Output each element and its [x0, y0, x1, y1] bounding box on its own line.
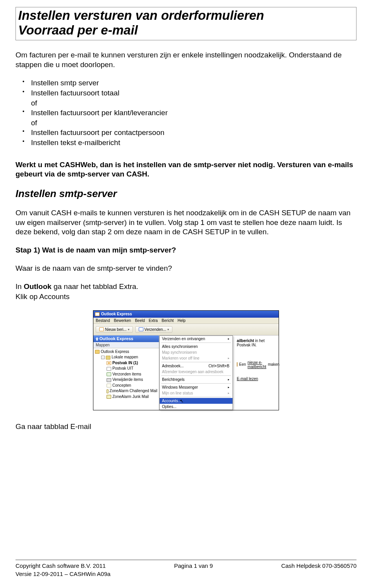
label: ZoneAlarm Challenged Mail [110, 388, 157, 394]
menu-adresboek[interactable]: Adresboek...Ctrl+Shift+B [160, 363, 232, 369]
sent-icon [107, 372, 111, 376]
left-pane: ۩ Outlook Express Mappen Outlook Express… [93, 336, 159, 410]
toolbar-send-button[interactable]: Verzenden... ▾ [135, 326, 172, 333]
submenu-arrow-icon: ▸ [228, 337, 229, 341]
left-subheader: Mappen [93, 342, 159, 348]
text: ga naar het tabblad Extra. [52, 282, 138, 291]
section-heading: Instellen smtp-server [16, 188, 356, 200]
separator [161, 375, 231, 376]
tree-root[interactable]: Outlook Express [95, 349, 157, 355]
menu-alles-synchroniseren[interactable]: Alles synchroniseren [160, 344, 232, 349]
outlook-instruction-2: Klik op Accounts [16, 292, 356, 302]
menu-berichtregels[interactable]: Berichtregels▸ [160, 377, 232, 382]
toolbar-new-button[interactable]: Nieuw beri... ▾ [96, 326, 133, 333]
cashweb-note: Werkt u met CASHWeb, dan is het instelle… [16, 160, 356, 179]
right-content: ailbericht in het Postvak IN. Een nieuw … [237, 339, 276, 381]
tree-za-junk[interactable]: ZoneAlarm Junk Mail [95, 394, 157, 400]
footer-copyright: Copyright Cash software B.V. 2011 [16, 562, 106, 570]
page-title: Instellen versturen van orderformulieren… [18, 8, 354, 38]
outbox-icon [107, 367, 111, 371]
extra-dropdown-menu: Verzenden en ontvangen▸ Alles synchronis… [159, 336, 233, 410]
tree-local[interactable]: -Lokale mappen [95, 355, 157, 360]
title-box: Instellen versturen van orderformulieren… [16, 7, 356, 40]
separator [161, 383, 231, 384]
separator [161, 342, 231, 343]
menu-bestand[interactable]: Bestand [96, 318, 110, 323]
menu-online-status: Mijn on line status▸ [160, 390, 232, 396]
send-icon [139, 327, 143, 331]
deleted-icon [107, 378, 111, 382]
menu-map-synchroniseren: Map synchroniseren [160, 349, 232, 355]
menu-beeld[interactable]: Beeld [135, 318, 145, 323]
toolbar: Nieuw beri... ▾ Verzenden... ▾ [93, 324, 279, 336]
step-item: Instellen factuursoort per klant/leveran… [31, 108, 356, 118]
link-text: nieuw e-mailbericht [248, 360, 266, 369]
menu-accounts[interactable]: Accounts... ↖ [160, 398, 232, 404]
tree-sent[interactable]: Verzonden items [95, 372, 157, 377]
steps-list: Instellen smtp server Instellen factuurs… [16, 78, 356, 147]
menu-opties[interactable]: Opties... [160, 404, 232, 410]
collapse-icon[interactable]: - [101, 356, 105, 359]
label: Windows Messenger [162, 385, 198, 389]
tree-deleted[interactable]: Verwijderde items [95, 377, 157, 383]
outlook-instruction-1: In Outlook ga naar het tabblad Extra. [16, 282, 356, 292]
outlook-express-screenshot: Outlook Express Bestand Bewerken Beeld E… [93, 310, 279, 410]
tree-outbox[interactable]: Postvak UIT [95, 366, 157, 372]
label: Outlook Express [101, 349, 129, 355]
menu-verzenden-ontvangen[interactable]: Verzenden en ontvangen▸ [160, 336, 232, 342]
folder-icon [106, 356, 110, 360]
step-item: Instellen smtp server [31, 78, 356, 88]
mail-icon [99, 327, 104, 331]
submenu-arrow-icon: ▸ [228, 378, 229, 381]
label: Postvak UIT [112, 366, 133, 372]
stap1-question: Waar is de naam van de smtp-server te vi… [16, 264, 356, 273]
read-mail-link[interactable]: E-mail lezen [237, 377, 276, 381]
page-footer: Copyright Cash software B.V. 2011 Pagina… [16, 560, 356, 578]
submenu-arrow-icon: ▸ [228, 356, 229, 360]
label: Opties... [162, 405, 176, 409]
inbox-icon [107, 361, 111, 365]
label: Markeren voor off line [162, 356, 200, 360]
label: ZoneAlarm Junk Mail [112, 394, 149, 400]
label: Postvak IN (1) [112, 360, 138, 366]
bold: ailbericht [237, 339, 254, 343]
submenu-arrow-icon: ▸ [228, 386, 229, 389]
label: Mijn on line status [162, 391, 193, 395]
menu-extra[interactable]: Extra [149, 318, 158, 323]
folder-icon [107, 395, 111, 399]
step-or: of [31, 98, 356, 108]
footer-page-number: Pagina 1 van 9 [174, 562, 213, 570]
menu-windows-messenger[interactable]: Windows Messenger▸ [160, 384, 232, 390]
menu-bericht[interactable]: Bericht [162, 318, 174, 323]
window-body: ۩ Outlook Express Mappen Outlook Express… [93, 336, 279, 410]
label: Adresboek... [162, 364, 184, 368]
left-header: ۩ Outlook Express [93, 336, 159, 342]
step-item: Instellen tekst e-mailbericht [31, 138, 356, 148]
label: Map synchroniseren [162, 350, 197, 355]
window-titlebar: Outlook Express [93, 311, 279, 318]
label: Verzenden en ontvangen [162, 337, 205, 341]
menu-bewerken[interactable]: Bewerken [114, 318, 131, 323]
new-mail-link[interactable]: Een nieuw e-mailbericht maken [237, 360, 276, 369]
right-pane: Verzenden en ontvangen▸ Alles synchronis… [159, 336, 279, 410]
title-line-2: Voorraad per e-mail [18, 23, 138, 37]
text: maken [268, 362, 279, 367]
app-icon [95, 312, 100, 316]
menu-help[interactable]: Help [177, 318, 186, 323]
separator [161, 362, 231, 362]
tree-inbox[interactable]: Postvak IN (1) [95, 360, 157, 366]
label: Nieuw beri... [105, 327, 127, 332]
tree-drafts[interactable]: Concepten [95, 383, 157, 389]
label: Accounts... [162, 399, 181, 403]
label: Afzender toevoegen aan adresboek [162, 370, 223, 374]
window-title: Outlook Express [101, 312, 132, 316]
title-line-1: Instellen versturen van orderformulieren [18, 8, 264, 22]
folder-tree: Outlook Express -Lokale mappen Postvak I… [93, 348, 159, 401]
step-item: Instellen factuursoort per contactpersoo… [31, 128, 356, 138]
label: Berichtregels [162, 377, 184, 382]
footer-version: Versie 12-09-2011 – CASHWin A09a [16, 570, 356, 578]
menubar: Bestand Bewerken Beeld Extra Bericht Hel… [93, 318, 279, 324]
tree-za-challenged[interactable]: ZoneAlarm Challenged Mail [95, 388, 157, 394]
label: Verzonden items [112, 372, 141, 377]
label: Alles synchroniseren [162, 344, 198, 349]
